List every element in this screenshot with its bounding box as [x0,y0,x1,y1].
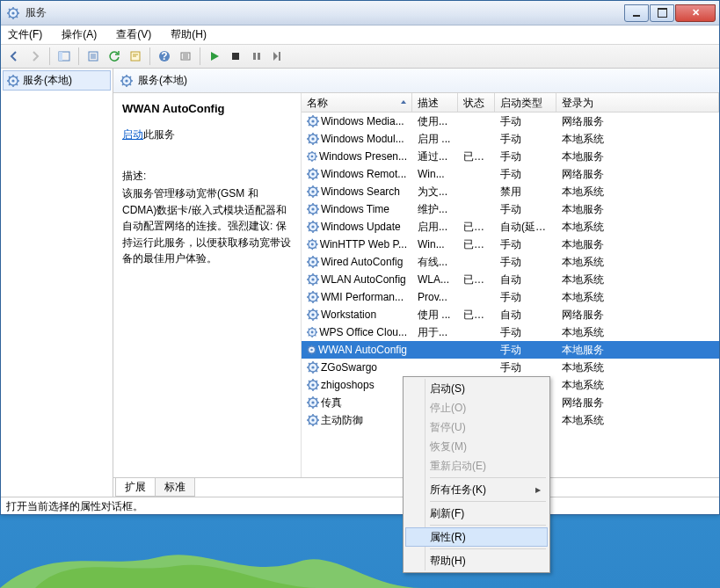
gear-icon [7,75,19,87]
cell-name: WinHTTP Web P... [320,238,407,250]
show-hide-tree-button[interactable] [55,47,74,66]
cell-desc: 通过... [412,149,458,164]
table-row[interactable]: WinHTTP Web P...Win...已启动手动本地服务 [302,236,719,253]
table-row[interactable]: WLAN AutoConfigWLA...已启动自动本地系统 [302,271,719,288]
cell-desc: WLA... [412,273,458,286]
table-row[interactable]: Windows Presen...通过...已启动手动本地服务 [302,148,719,165]
gear-icon [307,203,319,215]
forward-button[interactable] [25,47,45,66]
minimize-button[interactable] [624,4,649,22]
detail-title: WWAN AutoConfig [122,102,292,115]
cell-start: 自动(延迟... [495,220,556,235]
cell-name: WPS Office Clou... [319,326,407,338]
col-desc[interactable]: 描述 [412,93,458,112]
nav-tree: 服务(本地) [1,69,113,497]
cell-login: 本地系统 [556,413,719,428]
tab-extended[interactable]: 扩展 [115,478,156,497]
start-service-button[interactable] [205,47,224,66]
cell-name: WMI Performan... [321,291,404,303]
ctx-resume: 恢复(M) [405,437,548,456]
table-row[interactable]: Windows Time维护...手动本地服务 [302,200,719,218]
pause-service-button[interactable] [247,47,266,66]
gear-icon [307,273,319,286]
cell-name: WWAN AutoConfig [318,344,407,356]
maximize-button[interactable] [650,4,674,22]
help-button[interactable]: ? [155,47,174,66]
window-title: 服务 [25,5,624,20]
table-row[interactable]: WPS Office Clou...用于...手动本地系统 [302,323,719,341]
gear-icon [307,168,319,180]
table-row[interactable]: WMI Performan...Prov...手动本地系统 [302,288,719,306]
gear-icon [307,344,316,356]
gear-icon [307,396,319,409]
cell-name: 传真 [321,396,342,410]
cell-start: 手动 [495,325,556,340]
export-list-button[interactable] [84,47,103,66]
cell-start: 手动 [495,255,556,270]
gear-icon [307,185,319,198]
col-status[interactable]: 状态 [458,93,495,112]
cell-login: 网络服务 [556,114,719,129]
gear-icon [307,238,318,250]
cell-login: 本地服务 [556,149,719,164]
table-row[interactable]: Windows Remot...Win...手动网络服务 [302,165,719,183]
separator [430,548,546,549]
cell-name: Windows Presen... [319,150,407,163]
cell-name: Workstation [321,309,376,321]
cell-name: Windows Update [321,221,401,233]
tab-standard[interactable]: 标准 [155,478,195,497]
table-row[interactable]: Windows Update启用...已启动自动(延迟...本地系统 [302,218,719,236]
start-link[interactable]: 启动 [122,128,143,141]
cell-login: 本地系统 [556,360,719,375]
cell-start: 手动 [495,290,556,305]
menu-action[interactable]: 操作(A) [58,25,100,44]
ctx-help[interactable]: 帮助(H) [405,551,548,570]
table-row[interactable]: ZGoSwargo手动本地系统 [302,359,719,376]
cell-name: Windows Modul... [321,133,404,145]
separator [430,525,546,526]
nav-services-local[interactable]: 服务(本地) [3,70,111,91]
col-start[interactable]: 启动类型 [495,93,556,112]
col-name[interactable]: 名称 [302,93,412,112]
cell-login: 本地系统 [556,185,719,200]
cell-login: 本地系统 [556,378,719,393]
separator [49,47,50,65]
svg-text:?: ? [161,50,167,62]
toolbar-extra-button[interactable] [176,47,195,66]
gear-icon [120,75,133,87]
table-row[interactable]: Windows Media...使用...手动网络服务 [302,113,719,130]
cell-name: WLAN AutoConfig [321,273,406,286]
menu-view[interactable]: 查看(V) [113,25,155,44]
stop-service-button[interactable] [226,47,245,66]
separator [149,47,150,65]
ctx-start[interactable]: 启动(S) [405,379,548,398]
table-row[interactable]: Wired AutoConfig有线...手动本地系统 [302,253,719,271]
cell-start: 自动 [495,272,556,287]
menu-help[interactable]: 帮助(H) [167,25,210,44]
restart-service-button[interactable] [268,47,287,66]
table-row[interactable]: Workstation使用 ...已启动自动网络服务 [302,306,719,323]
cell-start: 手动 [495,149,556,164]
gear-icon [307,256,319,268]
back-button[interactable] [4,47,24,66]
menu-file[interactable]: 文件(F) [4,25,46,44]
ctx-properties[interactable]: 属性(R) [405,527,548,547]
nav-root-label: 服务(本地) [23,73,72,88]
col-login[interactable]: 登录为 [556,93,719,112]
cell-start: 手动 [495,202,556,217]
close-button[interactable] [675,4,716,22]
services-window: 服务 文件(F) 操作(A) 查看(V) 帮助(H) ? [0,0,720,515]
titlebar[interactable]: 服务 [1,1,719,25]
table-row[interactable]: WWAN AutoConfig手动本地服务 [302,341,719,359]
refresh-button[interactable] [105,47,124,66]
properties-button[interactable] [126,47,145,66]
table-row[interactable]: Windows Modul...启用 ...手动本地系统 [302,130,719,148]
ctx-all-tasks[interactable]: 所有任务(K) [405,480,548,499]
app-icon [6,6,20,20]
ctx-refresh[interactable]: 刷新(F) [405,504,548,523]
desc-label: 描述: [122,169,292,184]
start-suffix: 此服务 [143,128,175,141]
table-row[interactable]: Windows Search为文...禁用本地系统 [302,183,719,200]
cell-desc: 启用... [412,220,458,235]
cell-name: 主动防御 [321,413,363,428]
